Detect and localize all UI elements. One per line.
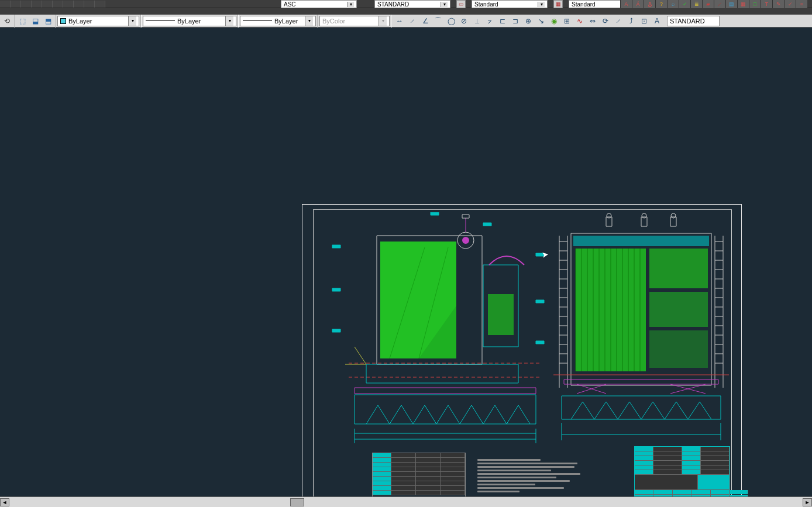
color-swatch-icon [60, 18, 66, 24]
spell-icon[interactable]: ✓ [784, 0, 796, 8]
svg-point-80 [642, 213, 646, 218]
qat-icon-10[interactable] [95, 1, 105, 8]
svg-point-7 [462, 237, 469, 244]
dim-leader-icon[interactable]: ↘ [535, 16, 548, 26]
dim-baseline-icon[interactable]: ⊏ [496, 16, 509, 26]
dim-inspect-icon[interactable]: ⊞ [560, 16, 573, 26]
dim-style-select[interactable]: STANDARD ▾ [374, 0, 450, 8]
check-icon[interactable]: ✓ [679, 0, 690, 8]
dim-textrot-icon[interactable]: ⤴ [625, 16, 638, 26]
dim-oblique-icon[interactable]: ⟋ [612, 16, 625, 26]
svg-rect-16 [332, 288, 340, 291]
dim-jogged-icon[interactable]: ⦢ [483, 16, 496, 26]
scroll-right-button[interactable]: ► [803, 498, 812, 506]
svg-rect-84 [564, 380, 718, 384]
plotstyle-select[interactable]: ByColor ▾ [319, 16, 390, 26]
chevron-down-icon: ▾ [128, 16, 136, 26]
svg-rect-60 [573, 236, 709, 246]
text-style-value: ASC [284, 1, 296, 8]
lineweight-sample-icon [243, 20, 272, 21]
layer-color-value: ByLayer [68, 18, 92, 25]
table-icon[interactable]: ▦ [737, 0, 749, 8]
svg-point-78 [607, 213, 611, 218]
scroll-left-button[interactable]: ◄ [0, 498, 9, 506]
field-icon[interactable]: □ [749, 0, 761, 8]
properties-toolbar: ⟲ ⬚ ⬓ ⬒ ByLayer ▾ ByLayer ▾ ByLayer ▾ By… [0, 15, 812, 27]
stack-icon[interactable]: ≣ [690, 0, 702, 8]
svg-rect-14 [366, 364, 518, 383]
svg-rect-62 [649, 249, 708, 288]
dim-style-icon[interactable]: ▭ [456, 0, 466, 8]
dim-style-value: STANDARD [377, 1, 409, 8]
model-canvas[interactable]: ➤ [0, 27, 812, 496]
text-help-icon[interactable]: ? [655, 0, 667, 8]
layer-prev-icon[interactable]: ⟲ [1, 16, 13, 26]
table-style-icon[interactable]: ▦ [553, 0, 563, 8]
dim-tolerance-icon[interactable]: ◉ [548, 16, 560, 26]
dim-break-icon[interactable]: ∿ [573, 16, 586, 26]
svg-rect-12 [355, 388, 536, 394]
qat-icon-3[interactable] [21, 1, 32, 8]
text-style-a-icon[interactable]: A [620, 0, 632, 8]
textcolor-icon[interactable]: ▰ [702, 0, 714, 8]
scroll-thumb[interactable] [290, 498, 304, 506]
svg-rect-5 [488, 294, 514, 335]
dim-reassoc-icon[interactable]: ⊡ [638, 16, 651, 26]
dim-aligned-icon[interactable]: ⟋ [406, 16, 419, 26]
qat-icon-2[interactable] [11, 1, 21, 8]
text-style-select[interactable]: ASC ▾ [281, 0, 357, 8]
find-icon[interactable]: ⌕ [667, 0, 679, 8]
dim-diameter-icon[interactable]: ⊘ [457, 16, 470, 26]
text-style-a-accent-icon[interactable]: Á [632, 0, 644, 8]
svg-rect-89 [562, 396, 721, 419]
graph-icon[interactable]: ⟋ [714, 0, 725, 8]
qat-icon-7[interactable] [63, 1, 74, 8]
svg-point-82 [671, 213, 676, 218]
dim-style-box[interactable]: STANDARD [667, 16, 720, 26]
dim-angular-icon[interactable]: ∠ [419, 16, 432, 26]
qat-icon-9[interactable] [84, 1, 95, 8]
cursor-arrow-icon: ➤ [541, 249, 550, 260]
edit-icon[interactable]: ✎ [772, 0, 784, 8]
horizontal-scrollbar[interactable]: ◄ ► [0, 496, 812, 507]
dim-textedit-icon[interactable]: A [651, 16, 663, 26]
qat-icon-8[interactable] [74, 1, 84, 8]
layermatch-icon[interactable]: ⬚ [16, 16, 28, 26]
justify-icon[interactable]: ≡ [796, 0, 807, 8]
drawing-frame [313, 209, 732, 507]
dim-radius-icon[interactable]: ◯ [445, 16, 457, 26]
svg-rect-17 [332, 329, 340, 332]
svg-rect-22 [483, 223, 491, 226]
layerfreeze-icon[interactable]: ⬒ [42, 16, 54, 26]
dim-ordinate-icon[interactable]: ⟂ [470, 16, 483, 26]
dim-arc-icon[interactable]: ⌒ [432, 16, 445, 26]
text-underline-icon[interactable]: A̲ [644, 0, 655, 8]
qat-icon-4[interactable] [32, 1, 42, 8]
mtext-icon[interactable]: T [761, 0, 772, 8]
ref-icon[interactable]: ▤ [725, 0, 737, 8]
lineweight-value: ByLayer [274, 18, 298, 25]
linetype-select[interactable]: ByLayer ▾ [143, 16, 236, 26]
layerwalk-icon[interactable]: ⬓ [29, 16, 41, 26]
table-style-select[interactable]: Standard ▾ [472, 0, 548, 8]
right-elevation-view [553, 212, 729, 446]
chevron-down-icon: ▾ [225, 16, 233, 26]
svg-rect-63 [649, 292, 708, 327]
spec-table [372, 453, 466, 502]
layer-color-select[interactable]: ByLayer ▾ [57, 16, 139, 26]
plotstyle-value: ByColor [322, 18, 345, 25]
lineweight-select[interactable]: ByLayer ▾ [240, 16, 316, 26]
linetype-value: ByLayer [177, 18, 201, 25]
dim-linear-icon[interactable]: ↔ [393, 16, 406, 26]
qat-icon-5[interactable] [42, 1, 53, 8]
dim-space-icon[interactable]: ⇔ [586, 16, 599, 26]
svg-rect-20 [536, 341, 544, 344]
svg-rect-64 [649, 330, 708, 368]
dim-center-icon[interactable]: ⊕ [522, 16, 535, 26]
qat-icon-1[interactable] [0, 1, 11, 8]
dim-update-icon[interactable]: ⟳ [599, 16, 612, 26]
dim-continue-icon[interactable]: ⊐ [509, 16, 522, 26]
qat-icon-6[interactable] [53, 1, 63, 8]
dim-style-box-value: STANDARD [670, 18, 705, 25]
mleader-style-value: Standard [572, 1, 596, 8]
